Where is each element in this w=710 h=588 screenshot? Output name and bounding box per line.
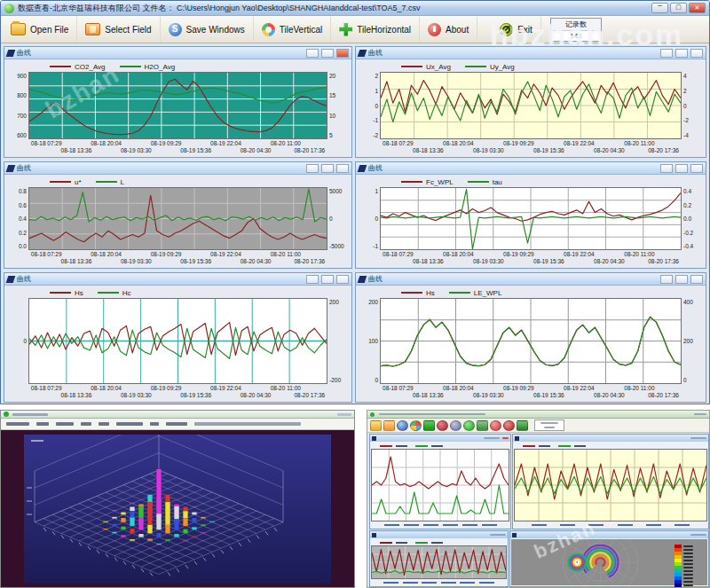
axis-tick: 08-18 13:36 xyxy=(61,258,92,264)
small-chart-controls[interactable] xyxy=(484,437,500,439)
surface-title-bar[interactable] xyxy=(1,411,354,419)
maximize-button[interactable] xyxy=(670,3,687,13)
about-icon[interactable] xyxy=(437,420,448,431)
save-windows-button[interactable]: Save Windows xyxy=(161,17,254,42)
color-scale-legend xyxy=(674,545,693,587)
about-icon xyxy=(428,23,441,36)
axis-tick: 08-18 20:04 xyxy=(91,251,122,257)
axis-tick: 08-19 03:30 xyxy=(473,258,504,264)
small-app-window-controls[interactable] xyxy=(694,413,706,415)
child-close-button[interactable] xyxy=(690,275,703,284)
chart-window-titlebar[interactable]: 曲线 xyxy=(4,162,351,175)
chart-window-titlebar[interactable]: 曲线 xyxy=(4,273,351,286)
axis-tick: 08-20 11:00 xyxy=(624,251,654,257)
child-minimize-button[interactable] xyxy=(660,275,673,284)
legend-item xyxy=(380,445,407,447)
select-field-icon[interactable] xyxy=(383,420,395,431)
chart-fc-tau: Fc_WPLtau10-10.40.20.0-0.2-0.408-18 07:2… xyxy=(357,176,705,267)
child-minimize-button[interactable] xyxy=(306,164,319,173)
child-maximize-button[interactable] xyxy=(321,49,334,58)
child-minimize-button[interactable] xyxy=(306,275,319,284)
record-count-label: 记录数 xyxy=(551,19,601,31)
add-icon[interactable] xyxy=(490,420,501,431)
axis-tick: 08-18 20:04 xyxy=(91,385,122,391)
small-app-title-bar[interactable] xyxy=(367,411,709,419)
exit-button[interactable]: Exit xyxy=(492,17,541,42)
plot-icon[interactable] xyxy=(477,420,488,431)
legend-item xyxy=(380,542,407,544)
small-chart-controls[interactable] xyxy=(690,437,706,439)
small-chart-close[interactable] xyxy=(502,437,509,439)
axis-tick: 08-18 07:29 xyxy=(383,385,414,391)
small-chart-controls[interactable] xyxy=(690,534,706,536)
tile-vertical-icon[interactable] xyxy=(410,420,422,431)
surface-toolbar[interactable] xyxy=(1,419,354,430)
small-chart-titlebar[interactable] xyxy=(513,435,708,442)
save-windows-icon[interactable] xyxy=(397,420,408,431)
axis-tick: 08-19 03:30 xyxy=(473,147,504,153)
axis-tick: 100 xyxy=(360,338,378,344)
select-field-button[interactable]: Select Field xyxy=(77,17,160,42)
child-minimize-button[interactable] xyxy=(660,49,673,58)
axis-tick: 08-19 09:29 xyxy=(503,251,534,257)
axis-tick: 08-19 22:04 xyxy=(210,140,241,146)
open-file-button[interactable]: Open File xyxy=(3,17,77,42)
chart-window-title: 曲线 xyxy=(368,274,658,284)
small-chart-titlebar[interactable] xyxy=(370,435,510,442)
child-close-button[interactable] xyxy=(336,49,349,58)
stop-icon[interactable] xyxy=(503,420,515,431)
axis-tick: 800 xyxy=(9,92,27,98)
surface-window-controls[interactable] xyxy=(337,413,351,416)
child-minimize-button[interactable] xyxy=(660,164,673,173)
chart-window-fc-tau: 曲线 Fc_WPLtau10-10.40.20.0-0.2-0.408-18 0… xyxy=(355,161,706,269)
chart-window-titlebar[interactable]: 曲线 xyxy=(356,162,706,175)
chart-window-titlebar[interactable]: 曲线 xyxy=(356,47,706,59)
mdi-area: 曲线 CO2_AvgH2O_Avg900800700600201510508-1… xyxy=(1,43,709,404)
open-file-label: Open File xyxy=(30,25,68,35)
minimize-button[interactable] xyxy=(651,3,668,13)
tile-horizontal-button[interactable]: TileHorizontal xyxy=(331,17,420,42)
axis-tick: 08-20 11:00 xyxy=(624,140,654,146)
axis-tick: 08-18 20:04 xyxy=(443,251,474,257)
small-chart-titlebar[interactable] xyxy=(510,531,708,538)
chart-co2-h2o: CO2_AvgH2O_Avg900800700600201510508-18 0… xyxy=(5,60,351,156)
chart-window-co2-h2o: 曲线 CO2_AvgH2O_Avg900800700600201510508-1… xyxy=(4,46,352,158)
axis-tick: 2 xyxy=(683,88,701,94)
axis-tick: 900 xyxy=(9,73,27,79)
chart-window-titlebar[interactable]: 曲线 xyxy=(4,47,351,59)
child-close-button[interactable] xyxy=(690,164,703,173)
child-maximize-button[interactable] xyxy=(321,164,334,173)
axis-tick: 08-18 07:29 xyxy=(383,251,414,257)
open-folder-icon[interactable] xyxy=(370,420,382,431)
chart-window-icon xyxy=(358,165,367,172)
tool-icon[interactable] xyxy=(450,420,462,431)
chart-window-titlebar[interactable]: 曲线 xyxy=(356,273,706,286)
axis-tick: 20 xyxy=(329,73,347,79)
axis-tick: 08-18 13:36 xyxy=(61,392,92,398)
child-close-button[interactable] xyxy=(336,275,349,284)
legend-item: Uy_Avg xyxy=(465,63,515,71)
small-chart-controls[interactable] xyxy=(490,534,506,536)
child-close-button[interactable] xyxy=(690,49,703,58)
small-chart-titlebar[interactable] xyxy=(370,531,508,538)
exit-icon[interactable] xyxy=(517,420,528,431)
about-button[interactable]: About xyxy=(420,17,477,42)
child-minimize-button[interactable] xyxy=(306,49,319,58)
check-icon[interactable] xyxy=(463,420,475,431)
child-maximize-button[interactable] xyxy=(675,49,688,58)
close-button[interactable] xyxy=(689,3,706,13)
child-maximize-button[interactable] xyxy=(675,275,688,284)
x-axis-labels: 08-18 07:2908-18 20:0408-19 09:2908-19 2… xyxy=(380,384,682,400)
chart-window-ustar-l: 曲线 u*L0.80.60.40.20.050000-500008-18 07:… xyxy=(4,161,352,269)
child-maximize-button[interactable] xyxy=(321,275,334,284)
tile-vertical-button[interactable]: TileVertical xyxy=(254,17,332,42)
axis-tick: 08-19 03:30 xyxy=(473,392,504,398)
tile-horizontal-icon[interactable] xyxy=(423,420,435,431)
save-windows-label: Save Windows xyxy=(186,25,245,35)
title-bar[interactable]: 数据查看-北京华益瑞科技有限公司 文件名： C:\Users\Hongjun Y… xyxy=(1,1,709,16)
child-maximize-button[interactable] xyxy=(675,164,688,173)
axis-tick: -1 xyxy=(360,117,378,123)
chart-window-title: 曲线 xyxy=(17,274,304,284)
child-close-button[interactable] xyxy=(336,164,349,173)
axis-tick: -1 xyxy=(360,243,378,249)
